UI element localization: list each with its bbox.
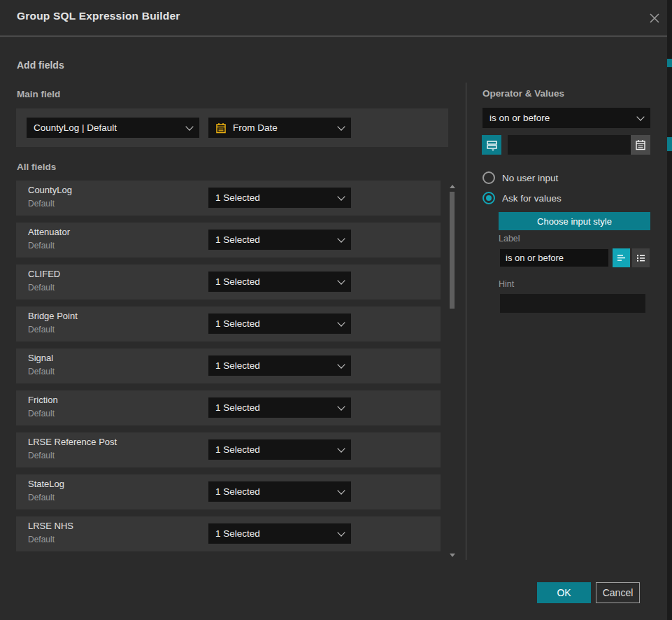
edge-accent-mark [667,137,672,151]
field-subtitle: Default [28,241,55,251]
close-icon [648,12,661,24]
chevron-down-icon [337,360,345,368]
close-button[interactable] [645,8,664,28]
field-row: LRSE Reference Post Default 1 Selected [16,432,441,467]
chevron-down-icon [337,122,345,130]
chevron-down-icon [337,276,345,284]
all-fields-label: All fields [17,162,56,172]
field-subtitle: Default [28,409,55,418]
operator-dropdown-label: is on or before [489,113,550,123]
calendar-icon [635,139,646,150]
operator-dropdown[interactable]: is on or before [482,108,650,128]
chevron-down-icon [337,234,345,242]
radio-ask-for-values[interactable]: Ask for values [482,192,562,204]
field-subtitle: Default [28,493,55,502]
field-name: Friction [28,395,58,405]
chevron-down-icon [337,444,345,452]
field-selection-dropdown-label: 1 Selected [215,318,260,329]
field-name: Attenuator [28,227,70,237]
field-selection-dropdown[interactable]: 1 Selected [208,481,351,502]
field-subtitle: Default [28,283,55,293]
cancel-button[interactable]: Cancel [596,582,640,603]
hint-label: Hint [499,279,514,289]
choose-input-style-button[interactable]: Choose input style [499,212,650,230]
field-selection-dropdown[interactable]: 1 Selected [208,523,351,544]
input-type-button[interactable] [482,135,501,155]
field-name: CLIFED [28,269,60,279]
field-selection-dropdown[interactable]: 1 Selected [208,188,351,208]
title-divider [0,36,667,36]
field-name: Bridge Point [28,311,78,321]
vertical-divider [466,83,466,560]
field-row: Attenuator Default 1 Selected [16,223,441,258]
field-row: Signal Default 1 Selected [16,348,441,383]
field-selection-dropdown-label: 1 Selected [215,528,260,539]
field-row: LRSE NHS Default 1 Selected [16,516,441,551]
field-row: Friction Default 1 Selected [16,390,441,425]
operator-values-heading: Operator & Values [482,88,564,99]
field-selection-dropdown-label: 1 Selected [215,444,260,455]
bulleted-list-icon [636,253,646,263]
date-picker-button[interactable] [631,135,650,155]
dialog-title: Group SQL Expression Builder [17,10,180,22]
field-subtitle: Default [28,451,55,460]
field-name: Signal [28,353,53,363]
stacked-rows-icon [486,139,498,151]
field-row: CountyLog Default 1 Selected [16,181,441,216]
edge-accent-mark [667,59,672,67]
main-field-panel: CountyLog | Default From Date [16,108,448,147]
field-selection-dropdown-label: 1 Selected [215,192,260,203]
add-fields-heading: Add fields [17,59,64,71]
field-selection-dropdown[interactable]: 1 Selected [208,355,351,376]
radio-no-user-input-label: No user input [502,173,558,183]
chevron-down-icon [337,318,345,326]
chevron-down-icon [337,192,345,200]
field-row: CLIFED Default 1 Selected [16,265,441,300]
label-label: Label [499,234,520,244]
scrollbar-up-arrow[interactable] [450,185,455,188]
main-field-dropdown[interactable]: From Date [208,118,351,138]
field-name: LRSE NHS [28,521,73,531]
field-selection-dropdown-label: 1 Selected [215,276,260,287]
list-style-button[interactable] [632,248,650,267]
field-selection-dropdown[interactable]: 1 Selected [208,313,351,334]
ok-button[interactable]: OK [537,582,591,603]
layer-dropdown[interactable]: CountyLog | Default [27,118,199,138]
radio-selected-icon [482,192,495,204]
field-selection-dropdown[interactable]: 1 Selected [208,230,351,250]
main-field-label: Main field [17,89,60,99]
field-selection-dropdown-label: 1 Selected [215,402,260,413]
field-selection-dropdown-label: 1 Selected [215,360,260,371]
field-subtitle: Default [28,367,55,376]
field-selection-dropdown[interactable]: 1 Selected [208,397,351,418]
layer-dropdown-label: CountyLog | Default [34,122,117,133]
field-selection-dropdown-label: 1 Selected [215,486,260,497]
field-name: CountyLog [28,185,72,195]
radio-no-user-input[interactable]: No user input [482,171,558,184]
hint-input[interactable] [500,294,645,313]
scrollbar-thumb[interactable] [450,192,455,309]
field-selection-dropdown[interactable]: 1 Selected [208,272,351,292]
chevron-down-icon [636,113,644,120]
field-subtitle: Default [28,535,55,544]
main-field-dropdown-label: From Date [233,122,278,133]
align-left-icon [616,253,627,263]
field-name: LRSE Reference Post [28,437,117,447]
background-app-edge [667,0,672,620]
field-selection-dropdown-label: 1 Selected [215,234,260,245]
chevron-down-icon [337,402,345,410]
single-value-style-button[interactable] [613,248,630,267]
radio-ask-for-values-label: Ask for values [502,193,562,204]
radio-icon [482,171,495,184]
field-subtitle: Default [28,325,55,334]
field-selection-dropdown[interactable]: 1 Selected [208,439,351,460]
value-input[interactable] [508,135,631,155]
chevron-down-icon [185,122,193,130]
calendar-icon [215,122,227,134]
label-input[interactable] [500,249,608,267]
field-subtitle: Default [28,199,55,209]
chevron-down-icon [337,486,345,494]
chevron-down-icon [337,528,345,536]
field-name: StateLog [28,479,64,489]
scrollbar-down-arrow[interactable] [450,554,455,557]
